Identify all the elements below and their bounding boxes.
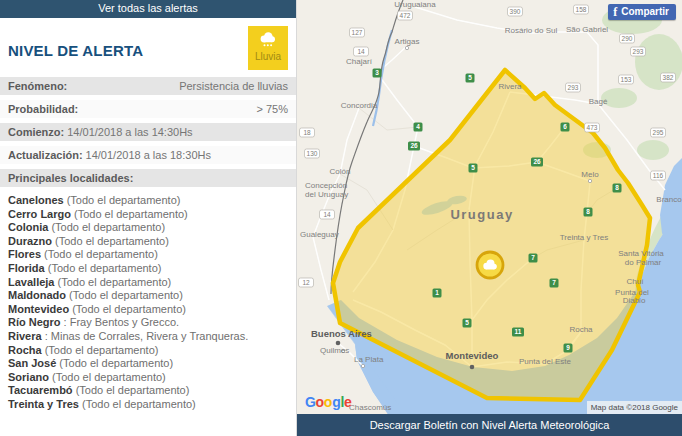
svg-text:295: 295 [653,129,664,136]
route-shield: 290 [620,34,635,43]
svg-text:12: 12 [302,279,310,286]
facebook-share-button[interactable]: f Compartir [608,4,676,20]
locality-item: Colonia (Todo el departamento) [8,221,288,235]
svg-text:7: 7 [552,279,556,286]
all-alerts-button[interactable]: Ver todas las alertas [0,0,296,18]
route-shield-green: 8 [613,184,622,193]
route-shield: 12 [299,278,314,287]
svg-text:293: 293 [568,84,579,91]
download-bulletin-button[interactable]: Descargar Boletín con Nivel Alerta Meteo… [297,414,682,436]
svg-text:14: 14 [323,211,331,218]
svg-text:473: 473 [587,124,598,131]
map-city-label: Colón [330,167,351,176]
map-city-label: Melo [581,170,599,179]
locality-item: Flores (Todo el departamento) [8,248,288,262]
svg-text:382: 382 [663,74,674,81]
locality-item: Montevideo (Todo el departamento) [8,303,288,317]
map-city-label: Santa Vitória [618,249,664,258]
map-container[interactable]: 4721271439015829029318153293382473295130… [297,0,682,436]
route-shield: 116 [651,171,666,180]
google-logo[interactable]: Google [305,394,351,410]
row-actualizacion: Actualización:14/01/2018 a las 18:30Hs [0,146,296,164]
locality-item: Río Negro : Fray Bentos y Grecco. [8,316,288,330]
map-city-label: Concepción [305,181,347,190]
route-shield: 473 [585,123,600,132]
svg-text:130: 130 [307,150,318,157]
locality-item: Cerro Largo (Todo el departamento) [8,208,288,222]
route-shield: 295 [651,128,666,137]
svg-text:8: 8 [586,208,590,215]
share-label: Compartir [621,6,669,17]
svg-text:9: 9 [566,344,570,351]
svg-text:153: 153 [621,76,632,83]
svg-text:116: 116 [653,172,664,179]
city-dot [405,46,408,49]
locality-item: San José (Todo el departamento) [8,357,288,371]
row-localidades: Principales localidades: [0,169,296,187]
map-city-label: Punta del Este [519,357,572,366]
map-city-label: del Uruguay [305,190,348,199]
city-dot [470,365,475,370]
map-city-label: Buenos Aires [311,328,372,339]
svg-text:293: 293 [633,48,644,55]
comienzo-value: 14/01/2018 a las 14:30Hs [67,126,192,138]
google-logo-letter: e [344,394,352,410]
map-city-label: Chajarí [346,57,373,66]
svg-text:390: 390 [510,8,521,15]
svg-text:158: 158 [576,6,587,13]
cloud-rain-icon [257,31,279,48]
facebook-icon: f [613,7,617,17]
svg-text:11: 11 [515,328,522,335]
map-city-label: Artigas [395,37,420,46]
row-comienzo: Comienzo:14/01/2018 a las 14:30Hs [0,123,296,141]
alert-panel: Ver todas las alertas NIVEL DE ALERTA Ll… [0,0,297,436]
row-fenomeno: Fenómeno: Persistencia de lluvias [0,77,296,95]
svg-text:1: 1 [435,289,439,296]
route-shield-green: 5 [466,74,475,83]
map-city-label: Uruguaiana [394,0,436,9]
route-shield: 14 [320,210,335,219]
map-city-label: Rivera [498,82,522,91]
route-shield-green: 7 [550,279,559,288]
map-city-label: Gualeguay [300,230,339,239]
locality-item: Florida (Todo el departamento) [8,262,288,276]
alert-cloud-marker[interactable] [477,252,503,278]
city-dot [361,364,364,367]
map-city-label: Diablo [623,296,646,305]
svg-text:26: 26 [533,158,541,165]
svg-text:8: 8 [615,184,619,191]
map-city-label: La Plata [354,355,384,364]
city-dot [588,179,591,182]
route-shield-green: 9 [564,344,573,353]
route-shield-green: 11 [512,328,524,337]
map-city-label: Chascomús [349,403,391,412]
route-shield-green: 6 [561,123,570,132]
badge-label: Lluvia [248,52,288,62]
svg-text:127: 127 [352,29,363,36]
fenomeno-label: Fenómeno: [8,80,67,92]
localidades-label: Principales localidades: [8,172,133,184]
localities-list: Canelones (Todo el departamento)Cerro La… [0,192,296,414]
svg-text:14: 14 [357,48,365,55]
probabilidad-value: > 75% [257,103,289,115]
row-probabilidad: Probabilidad: > 75% [0,100,296,118]
route-shield: 153 [619,75,634,84]
locality-item: Rivera : Minas de Corrales, Rivera y Tra… [8,330,288,344]
map-city-label: Bagé [589,97,608,106]
map-attribution: Map data ©2018 Google [587,401,682,414]
svg-text:5: 5 [465,319,469,326]
route-shield: 390 [508,7,523,16]
route-shield: 14 [354,47,369,56]
map-city-label: Concordia [341,101,378,110]
locality-item: Tacuarembó (Todo el departamento) [8,384,288,398]
map-city-label: do Palmar [625,258,662,267]
google-logo-letter: G [305,394,316,410]
route-shield: 472 [398,11,413,20]
route-shield-green: 26 [531,158,543,167]
route-shield: 130 [305,149,320,158]
route-shield-green: 1 [433,289,442,298]
route-shield: 18 [300,128,315,137]
map-city-label: Treinta y Tres [560,233,609,242]
route-shield: 382 [661,73,676,82]
google-map[interactable]: 4721271439015829029318153293382473295130… [297,0,682,414]
